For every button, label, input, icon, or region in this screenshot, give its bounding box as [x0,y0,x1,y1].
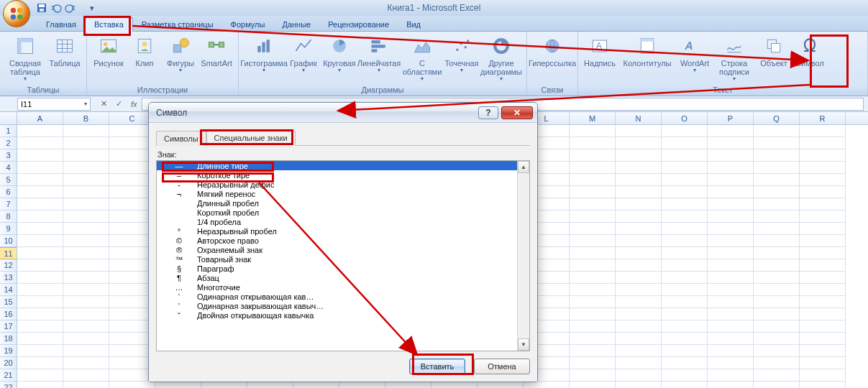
cell[interactable] [800,186,846,198]
btn-sigline[interactable]: Строка подписи▾ [713,33,755,83]
row-header[interactable]: 15 [0,296,17,308]
cell[interactable] [63,382,109,388]
cell[interactable] [662,272,708,284]
list-item[interactable]: Длинный пробел [157,198,517,208]
row-header[interactable]: 10 [0,235,17,247]
cell[interactable] [708,186,754,198]
cell[interactable] [570,137,616,149]
scroll-up-icon[interactable]: ▲ [518,161,529,173]
cell[interactable] [708,308,754,320]
cell[interactable] [616,247,662,259]
close-button[interactable]: ✕ [501,106,533,119]
cell[interactable] [800,198,846,211]
cell[interactable] [708,369,754,382]
cell[interactable] [570,382,616,388]
row-header[interactable]: 18 [0,333,17,345]
tab-formulas[interactable]: Формулы [222,18,274,31]
tab-insert[interactable]: Вставка [85,17,133,32]
cell[interactable] [63,357,109,369]
row-header[interactable]: 17 [0,320,17,333]
cell[interactable] [63,125,109,137]
save-icon[interactable] [36,2,47,14]
cell[interactable] [708,174,754,186]
cell[interactable] [800,382,846,388]
row-header[interactable]: 1 [0,125,17,137]
cell[interactable] [616,272,662,284]
cell[interactable] [800,320,846,333]
cell[interactable] [616,149,662,162]
cell[interactable] [754,333,800,345]
cell[interactable] [708,272,754,284]
cell[interactable] [616,137,662,149]
list-item[interactable]: –Короткое тире [157,170,517,180]
cell[interactable] [570,284,616,296]
column-header[interactable]: Q [754,112,800,124]
cell[interactable] [570,162,616,174]
cell[interactable] [616,357,662,369]
cell[interactable] [17,320,63,333]
cell[interactable] [570,308,616,320]
row-header[interactable]: 16 [0,308,17,320]
cell[interactable] [754,186,800,198]
row-header[interactable]: 19 [0,345,17,357]
cell[interactable] [109,382,155,388]
btn-chart-pie[interactable]: Круговая▾ [322,33,357,74]
cell[interactable] [339,382,385,388]
cell[interactable] [754,162,800,174]
cell[interactable] [800,259,846,272]
tab-special-characters[interactable]: Специальные знаки [206,130,296,146]
cell[interactable] [662,223,708,235]
cell[interactable] [754,223,800,235]
btn-chart-scatter[interactable]: Точечная▾ [444,33,479,74]
cell[interactable] [570,259,616,272]
undo-icon[interactable] [50,2,62,14]
cell[interactable] [17,223,63,235]
cell[interactable] [17,137,63,149]
cell[interactable] [616,198,662,211]
cell[interactable] [754,272,800,284]
btn-table[interactable]: Таблица [47,33,82,68]
cell[interactable] [616,211,662,223]
cell[interactable] [63,198,109,211]
cell[interactable] [616,296,662,308]
cell[interactable] [708,320,754,333]
cell[interactable] [63,272,109,284]
cell[interactable] [17,296,63,308]
cell[interactable] [63,223,109,235]
btn-shapes[interactable]: Фигуры▾ [163,33,198,74]
list-item[interactable]: ¶Абзац [157,273,517,282]
btn-clip[interactable]: Клип [127,33,162,68]
cell[interactable] [708,333,754,345]
btn-textbox[interactable]: A Надпись [583,33,617,68]
cell[interactable] [478,382,524,388]
cell[interactable] [662,149,708,162]
cell[interactable] [570,345,616,357]
cell[interactable] [431,382,478,388]
row-header[interactable]: 8 [0,211,17,223]
cell[interactable] [708,149,754,162]
row-header[interactable]: 21 [0,369,17,382]
cell[interactable] [17,125,63,137]
help-button[interactable]: ? [478,106,498,119]
btn-chart-bar[interactable]: Линейчатая▾ [358,33,400,74]
row-header[interactable]: 3 [0,149,17,162]
cell[interactable] [708,125,754,137]
cell[interactable] [17,308,63,320]
cell[interactable] [662,284,708,296]
cell[interactable] [754,308,800,320]
cell[interactable] [754,137,800,149]
confirm-entry-icon[interactable]: ✓ [116,99,122,108]
cell[interactable] [63,369,109,382]
row-header[interactable]: 12 [0,259,17,272]
list-item[interactable]: °Неразрывный пробел [157,226,517,236]
cell[interactable] [800,357,846,369]
tab-review[interactable]: Рецензирование [319,18,398,31]
row-header[interactable]: 7 [0,198,17,211]
cell[interactable] [754,284,800,296]
row-header[interactable]: 5 [0,174,17,186]
scroll-down-icon[interactable]: ▼ [518,338,529,351]
cell[interactable] [63,235,109,247]
row-header[interactable]: 22 [0,382,17,388]
cell[interactable] [616,235,662,247]
cell[interactable] [754,296,800,308]
